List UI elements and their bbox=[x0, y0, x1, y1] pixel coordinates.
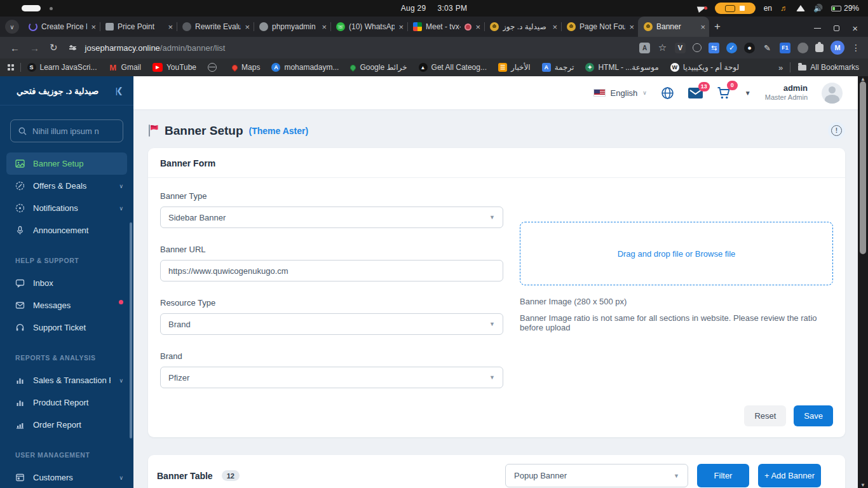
brand-select[interactable]: Pfizer ▼ bbox=[160, 367, 503, 388]
sidebar-item-sales-transaction-report[interactable]: Sales & Transaction Repo ∨ bbox=[0, 369, 133, 391]
bookmark-item[interactable]: ☰الأخبار bbox=[498, 63, 531, 72]
extensions-puzzle-icon[interactable] bbox=[815, 44, 824, 52]
close-tab-icon[interactable]: × bbox=[475, 22, 480, 32]
keyboard-layout-indicator[interactable]: en bbox=[764, 4, 772, 13]
bookmark-item[interactable]: Google خرائط bbox=[350, 63, 407, 72]
reset-button[interactable]: Reset bbox=[744, 405, 786, 426]
tab-create-price[interactable]: Create Price P × bbox=[23, 17, 100, 37]
extension-f-icon[interactable]: F1 bbox=[780, 43, 790, 53]
scroll-down-arrow[interactable]: ▼ bbox=[858, 482, 868, 488]
battery-percent: 29% bbox=[844, 4, 859, 13]
deals-icon bbox=[15, 181, 25, 191]
telegram-icon[interactable] bbox=[696, 4, 707, 13]
back-button[interactable]: ← bbox=[10, 43, 20, 53]
extension-translate-icon[interactable]: ⇆ bbox=[709, 43, 719, 53]
bookmark-item[interactable]: Wلوحة أم - ويكيبيديا bbox=[670, 63, 739, 72]
tab-phpmyadmin[interactable]: phpmyadmin × bbox=[254, 17, 330, 37]
bookmark-item[interactable]: Aترجمة bbox=[542, 63, 574, 72]
reload-button[interactable]: ↻ bbox=[50, 42, 58, 53]
close-tab-icon[interactable]: × bbox=[322, 22, 327, 32]
sidebar-item-banner-setup[interactable]: Banner Setup bbox=[6, 152, 127, 175]
bookmark-item[interactable]: SLearn JavaScri... bbox=[27, 63, 97, 72]
banner-type-select[interactable]: Sidebar Banner ▼ bbox=[160, 207, 503, 228]
website-globe-button[interactable] bbox=[661, 86, 674, 100]
microphone-icon bbox=[15, 226, 25, 235]
save-button[interactable]: Save bbox=[794, 405, 833, 426]
sidebar-item-inbox[interactable]: Inbox bbox=[0, 272, 133, 294]
file-dropzone[interactable]: Drag and drop file or Browse file bbox=[520, 222, 833, 285]
sidebar-item-product-report[interactable]: Product Report bbox=[0, 391, 133, 414]
bookmark-item[interactable]: MGmail bbox=[109, 63, 141, 72]
tab-pharmacy-store[interactable]: صيدلية د. جوز × bbox=[484, 17, 561, 37]
tab-page-not-found[interactable]: Page Not Fou × bbox=[561, 17, 638, 37]
filter-button[interactable]: Filter bbox=[697, 464, 749, 487]
banner-url-label: Banner URL bbox=[160, 245, 503, 254]
avatar[interactable] bbox=[822, 83, 843, 104]
close-window-button[interactable]: × bbox=[852, 24, 858, 33]
mail-badge: 13 bbox=[698, 82, 710, 92]
user-info[interactable]: admin Master Admin bbox=[765, 83, 808, 102]
profile-avatar[interactable]: M bbox=[831, 41, 844, 55]
bookmark-item[interactable]: Amohamadaym... bbox=[271, 63, 339, 72]
bookmark-item[interactable]: Maps bbox=[232, 63, 260, 72]
tab-search-button[interactable]: ∨ bbox=[5, 20, 19, 34]
site-info-icon[interactable] bbox=[69, 46, 76, 50]
tab-whatsapp[interactable]: ☏ (10) WhatsAp × bbox=[330, 17, 407, 37]
extension-v-icon[interactable]: V bbox=[675, 43, 686, 53]
extension-pen-icon[interactable]: ✎ bbox=[762, 43, 773, 53]
mail-button[interactable]: 13 bbox=[688, 88, 703, 98]
sidebar-collapse-icon[interactable]: |❮ bbox=[116, 86, 122, 95]
close-tab-icon[interactable]: × bbox=[629, 22, 634, 32]
page-info-button[interactable]: ! bbox=[828, 122, 845, 139]
new-tab-button[interactable]: + bbox=[714, 20, 721, 33]
sidebar-search[interactable] bbox=[10, 119, 123, 142]
sidebar-item-offers-deals[interactable]: Offers & Deals ∨ bbox=[0, 175, 133, 197]
page-scrollbar[interactable]: ▲ ▼ bbox=[858, 76, 868, 488]
resource-type-select[interactable]: Brand ▼ bbox=[160, 313, 503, 335]
sidebar-item-notifications[interactable]: Notifications ∨ bbox=[0, 197, 133, 219]
forward-button[interactable]: → bbox=[30, 43, 39, 53]
all-bookmarks-button[interactable]: All Bookmarks bbox=[798, 63, 859, 72]
sidebar-item-order-report[interactable]: Order Report bbox=[0, 414, 133, 436]
address-bar[interactable]: josepharmacy.online/admin/banner/list bbox=[85, 43, 226, 53]
tab-rewrite-evaluation[interactable]: Rewrite Evalu × bbox=[177, 17, 254, 37]
sidebar-item-messages[interactable]: Messages bbox=[0, 294, 133, 316]
add-banner-button[interactable]: + Add Banner bbox=[758, 464, 821, 487]
extension-grey-icon[interactable] bbox=[797, 43, 808, 53]
tab-meet[interactable]: Meet - tvx- × bbox=[407, 17, 484, 37]
language-selector[interactable]: English ∨ bbox=[593, 88, 647, 98]
sidebar-item-customers[interactable]: Customers ∨ bbox=[0, 466, 133, 488]
profile-dropdown-caret[interactable]: ▼ bbox=[745, 90, 751, 97]
scrollbar-thumb[interactable] bbox=[860, 81, 866, 254]
tab-banner-active[interactable]: Banner × bbox=[638, 17, 709, 37]
cart-button[interactable]: 0 bbox=[717, 86, 731, 100]
translate-icon[interactable]: A bbox=[639, 43, 650, 53]
banner-url-input[interactable] bbox=[168, 266, 495, 276]
bookmark-item[interactable] bbox=[208, 63, 220, 72]
restore-button[interactable] bbox=[834, 25, 839, 31]
sidebar-item-announcement[interactable]: Announcement bbox=[0, 219, 133, 241]
bookmark-star-icon[interactable]: ☆ bbox=[657, 43, 668, 53]
screenshare-indicator[interactable] bbox=[715, 3, 756, 14]
extension-atom-icon[interactable] bbox=[693, 43, 702, 52]
close-tab-icon[interactable]: × bbox=[398, 22, 403, 32]
bookmark-item[interactable]: ▶YouTube bbox=[153, 63, 196, 72]
bookmark-item[interactable]: ▲Get All Cateog... bbox=[419, 63, 487, 72]
close-tab-icon[interactable]: × bbox=[700, 22, 705, 32]
apps-grid-icon[interactable] bbox=[8, 64, 14, 71]
tab-price-point[interactable]: Price Point × bbox=[100, 17, 177, 37]
close-tab-icon[interactable]: × bbox=[245, 22, 250, 32]
extension-dark-icon[interactable]: ● bbox=[744, 43, 755, 53]
bookmarks-overflow-button[interactable]: » bbox=[778, 63, 782, 72]
close-tab-icon[interactable]: × bbox=[91, 22, 96, 32]
bookmark-item[interactable]: ✦HTML - ...موسوعة bbox=[585, 63, 658, 72]
close-tab-icon[interactable]: × bbox=[552, 22, 557, 32]
extension-check-icon[interactable]: ✓ bbox=[726, 43, 737, 53]
minimize-button[interactable] bbox=[814, 28, 821, 29]
sidebar-scrollbar[interactable] bbox=[130, 222, 132, 438]
sidebar-search-input[interactable] bbox=[32, 126, 115, 136]
sidebar-item-support-ticket[interactable]: Support Ticket bbox=[0, 316, 133, 339]
menu-kebab-icon[interactable]: ⋮ bbox=[851, 43, 860, 53]
banner-type-filter-select[interactable]: Popup Banner ▼ bbox=[505, 464, 688, 487]
close-tab-icon[interactable]: × bbox=[168, 22, 173, 32]
